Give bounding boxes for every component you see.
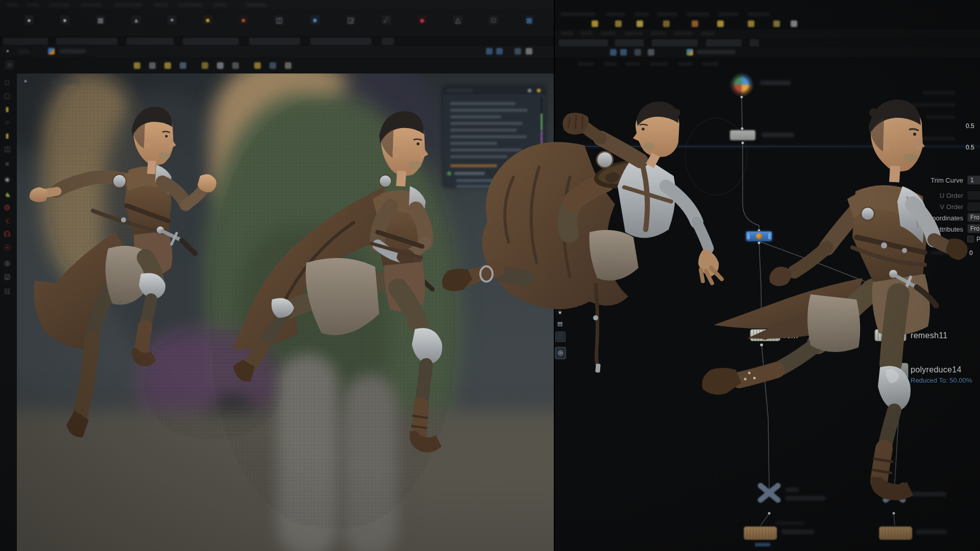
shelf-tool-icon[interactable]: ■: [239, 15, 248, 24]
strip-icon[interactable]: [285, 62, 291, 69]
front-boot-shaft: [879, 448, 884, 481]
viewport-top-strip: □: [0, 57, 554, 73]
rear-hand: [30, 187, 47, 202]
character-model-4: [694, 94, 979, 503]
shelf-tab[interactable]: [310, 38, 372, 45]
path-icon[interactable]: [526, 48, 532, 55]
param-row-blob: [922, 91, 955, 94]
strip-icon[interactable]: [134, 62, 140, 69]
home-icon[interactable]: ●: [4, 47, 11, 55]
node-label-blob[interactable]: [760, 81, 791, 85]
path-icon[interactable]: [496, 48, 503, 55]
character-model-1: [15, 105, 219, 439]
shelf-tool-icon[interactable]: ■: [203, 15, 212, 24]
tool-icon[interactable]: ≡: [3, 159, 12, 168]
tool-icon[interactable]: ◎: [3, 258, 12, 267]
tool-icon[interactable]: ☷: [3, 287, 12, 296]
strip-icon[interactable]: [164, 62, 171, 69]
panel-close-icon[interactable]: [537, 89, 541, 92]
strip-icon[interactable]: [180, 62, 186, 69]
menu-item[interactable]: [27, 3, 40, 7]
menu-item[interactable]: [6, 3, 19, 7]
node-label-blob[interactable]: [916, 530, 947, 534]
path-icon[interactable]: [486, 48, 493, 55]
node-tan-left[interactable]: [744, 527, 777, 540]
front-foot: [871, 477, 913, 500]
shelf-tab-row: [0, 36, 554, 46]
tool-icon[interactable]: ▢: [3, 91, 12, 100]
triangle-tool-icon[interactable]: ▲: [3, 189, 12, 198]
path-segment[interactable]: [17, 49, 30, 54]
shelf-tab[interactable]: [183, 38, 239, 45]
red-magnet-tool-icon[interactable]: ☉: [3, 243, 12, 252]
tool-icon[interactable]: ◫: [3, 144, 12, 153]
tool-icon[interactable]: □: [3, 78, 12, 87]
floating-panel-header[interactable]: [443, 87, 545, 94]
path-current-node[interactable]: [59, 49, 86, 54]
finger: [701, 270, 703, 281]
tool-icon[interactable]: ▮: [3, 104, 12, 113]
tool-icon[interactable]: ○: [3, 117, 12, 127]
character-model-2: [222, 110, 457, 462]
node-label-blob[interactable]: [781, 530, 814, 534]
red-tool-icon[interactable]: ☇: [3, 216, 12, 226]
menu-item[interactable]: [213, 3, 227, 7]
asterisk-tool-icon[interactable]: ✳: [3, 176, 12, 185]
chest-medallion: [113, 174, 126, 188]
strip-icon[interactable]: [217, 62, 224, 69]
viewport-cam-icon[interactable]: ●: [22, 78, 29, 85]
head: [132, 107, 176, 174]
shelf-tool-icon[interactable]: ◆: [418, 15, 427, 24]
shelf-tool-icon[interactable]: ▩: [525, 15, 534, 24]
node-subnet-circle[interactable]: [731, 74, 752, 95]
gray-skirt: [306, 258, 379, 335]
strip-icon[interactable]: [149, 62, 156, 69]
shelf-tool-icon[interactable]: ◲: [346, 15, 355, 24]
shelf-tab[interactable]: [56, 38, 117, 45]
belt-buckle: [881, 242, 887, 248]
shelf-tool-icon[interactable]: ●: [24, 15, 34, 24]
shelf-tab[interactable]: [382, 38, 394, 45]
shelf-tool-icon[interactable]: ▩: [96, 15, 105, 24]
shelf-tab[interactable]: [3, 38, 48, 45]
shelf-tool-icon[interactable]: ✦: [167, 15, 177, 24]
strip-icon[interactable]: [270, 62, 276, 69]
ear: [884, 139, 891, 150]
menu-item[interactable]: [113, 3, 143, 7]
strip-icon[interactable]: [202, 62, 208, 69]
tool-icon[interactable]: ▮: [3, 131, 12, 140]
shelf-tool-icon[interactable]: ▲: [132, 15, 141, 24]
chest-medallion: [379, 175, 391, 187]
shelf-tool-icon[interactable]: ■: [310, 15, 320, 24]
strip-icon[interactable]: [254, 62, 261, 69]
shelf-tool-icon[interactable]: △: [453, 15, 462, 24]
shelf-tab[interactable]: [249, 38, 300, 45]
panel-pin-icon[interactable]: [528, 89, 531, 92]
tool-icon[interactable]: ☑: [3, 272, 12, 282]
red-tool-icon[interactable]: ☊: [3, 230, 12, 239]
lower-foot: [442, 268, 472, 291]
shelf-tool-icon[interactable]: ☄: [382, 15, 391, 24]
neck: [894, 166, 895, 182]
eye: [165, 135, 168, 138]
chest-medallion: [861, 207, 874, 220]
strip-icon[interactable]: □: [5, 60, 14, 69]
menu-item[interactable]: [153, 3, 168, 7]
strip-icon[interactable]: [232, 62, 239, 69]
node-tan-right[interactable]: [879, 527, 912, 540]
node-label-blob[interactable]: [775, 521, 804, 525]
viewport-name[interactable]: [51, 80, 80, 84]
eye: [913, 133, 916, 136]
belt-buckle: [902, 248, 907, 253]
shelf-tool-icon[interactable]: □: [489, 15, 498, 24]
menu-item[interactable]: [246, 3, 266, 7]
shelf-tab[interactable]: [127, 38, 174, 45]
path-icon[interactable]: [514, 48, 521, 55]
menu-item[interactable]: [81, 3, 102, 7]
menu-item[interactable]: [49, 3, 70, 7]
front-boot-shaft: [419, 405, 421, 436]
red-tool-icon[interactable]: ⚙: [3, 203, 12, 212]
shelf-tool-icon[interactable]: ◫: [275, 15, 284, 24]
shelf-tool-icon[interactable]: ●: [60, 15, 69, 24]
menu-item[interactable]: [178, 3, 202, 7]
